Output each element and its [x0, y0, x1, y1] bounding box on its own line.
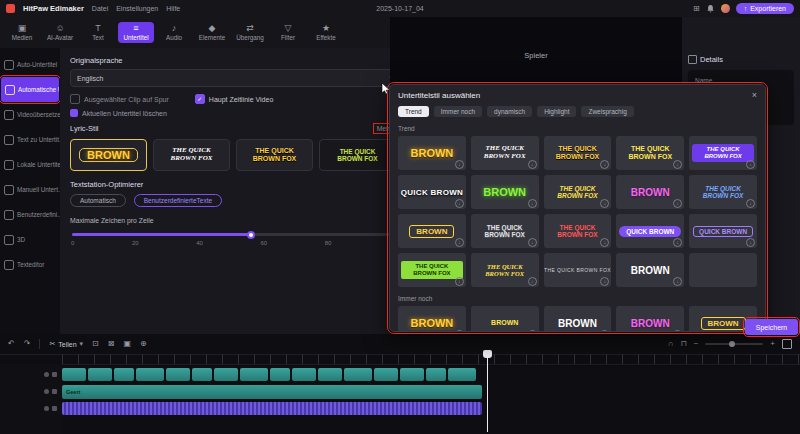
bell-icon[interactable] — [706, 4, 715, 13]
zoom-slider[interactable] — [705, 343, 763, 345]
undo-icon[interactable]: ↶ — [8, 340, 15, 348]
ribbon-tab-uebergang[interactable]: ⇄Übergang — [232, 22, 268, 43]
subtitle-segment[interactable] — [270, 368, 290, 381]
redo-icon[interactable]: ↷ — [24, 340, 31, 348]
subtitle-segment[interactable] — [426, 368, 446, 381]
custom-text-button[interactable]: BenutzerdefinierteTexte — [134, 194, 222, 207]
sidebar-item-automatische[interactable]: Automatische Ü... — [1, 77, 59, 102]
subtitle-segment[interactable] — [192, 368, 212, 381]
zoom-out-icon[interactable]: − — [694, 340, 699, 348]
subtitle-segment[interactable] — [62, 368, 86, 381]
menu-einstellungen[interactable]: Einstellungen — [116, 5, 158, 12]
style-tile[interactable]: BROWN↓ — [544, 306, 612, 332]
style-tile[interactable]: BROWN↓ — [398, 306, 466, 332]
slider-handle[interactable] — [247, 231, 255, 239]
subtitle-segment[interactable] — [344, 368, 372, 381]
style-tile[interactable]: BROWN↓ — [398, 136, 466, 170]
sidebar-item-lokale-untertitel[interactable]: Lokale Untertite... — [0, 152, 60, 177]
ribbon-tab-medien[interactable]: ▣Medien — [4, 22, 40, 43]
track-lock-icon[interactable] — [52, 389, 57, 394]
close-icon[interactable]: × — [752, 91, 757, 100]
style-tile[interactable]: BROWN↓ — [398, 214, 466, 248]
snap-icon[interactable]: ⊓ — [680, 340, 686, 348]
style-tile[interactable]: THE QUICK BROWN FOX↓ — [689, 136, 757, 170]
style-tile[interactable]: BROWN↓ — [471, 306, 539, 332]
style-tile[interactable]: THE QUICK BROWN FOX↓ — [471, 136, 539, 170]
tab-dynamisch[interactable]: dynamisch — [487, 106, 532, 117]
style-tile[interactable]: THE QUICK BROWN FOX↓ — [471, 214, 539, 248]
audio-track-clip[interactable] — [62, 402, 482, 415]
ribbon-tab-untertitel[interactable]: ≡Untertitel — [118, 22, 154, 43]
ribbon-tab-audio[interactable]: ♪Audio — [156, 22, 192, 43]
subtitle-segment[interactable] — [374, 368, 398, 381]
track-visibility-icon[interactable] — [44, 372, 49, 377]
magnet-icon[interactable]: ∩ — [668, 340, 674, 348]
sidebar-item-text-zu-untertitel[interactable]: Text zu Untertit... — [0, 127, 60, 152]
layout-icon[interactable]: ⊞ — [693, 5, 700, 13]
sidebar-item-texteditor[interactable]: Texteditor — [0, 252, 60, 277]
marker-icon[interactable]: ⊕ — [140, 340, 147, 348]
subtitle-segment[interactable] — [318, 368, 342, 381]
crop-icon[interactable]: ⊡ — [92, 340, 99, 348]
style-tile[interactable]: BROWN↓ — [616, 175, 684, 209]
fit-timeline-icon[interactable] — [782, 339, 792, 349]
save-button[interactable]: Speichern — [745, 319, 798, 335]
subtitle-segment[interactable] — [166, 368, 190, 381]
max-chars-slider[interactable] — [72, 233, 398, 236]
export-button[interactable]: ↑ Exportieren — [736, 3, 794, 14]
playhead-handle[interactable] — [483, 350, 492, 358]
style-tile[interactable]: BROWN↓ — [471, 175, 539, 209]
subtitle-segment[interactable] — [448, 368, 476, 381]
tab-immer-noch[interactable]: Immer noch — [434, 106, 482, 117]
style-tile[interactable]: QUICK BROWN↓ — [398, 175, 466, 209]
tab-trend[interactable]: Trend — [398, 106, 429, 117]
menu-datei[interactable]: Datei — [92, 5, 108, 12]
zoom-in-icon[interactable]: + — [770, 340, 775, 348]
clear-subtitle-link[interactable]: Aktuellen Untertitel löschen — [70, 109, 400, 117]
copy-icon[interactable]: ▣ — [124, 340, 132, 348]
style-tile[interactable]: THE QUICK BROWN FOX↓ — [544, 175, 612, 209]
track-visibility-icon[interactable] — [44, 389, 49, 394]
sidebar-item-auto-untertitel[interactable]: Auto-Untertitel — [0, 52, 60, 77]
sidebar-item-manuell[interactable]: Manuell Untert... — [0, 177, 60, 202]
lyric-style-tile[interactable]: BROWN — [70, 139, 147, 171]
subtitle-segment[interactable] — [400, 368, 424, 381]
language-select[interactable]: Englisch ▾ — [70, 69, 400, 87]
style-tile[interactable]: THE QUICK BROWN FOX↓ — [471, 253, 539, 287]
track-lock-icon[interactable] — [52, 372, 57, 377]
subtitle-segment[interactable] — [240, 368, 268, 381]
menu-hilfe[interactable]: Hilfe — [166, 5, 180, 12]
style-tile[interactable]: THE QUICK BROWN FOX↓ — [544, 214, 612, 248]
ribbon-tab-effekte[interactable]: ★Effekte — [308, 22, 344, 43]
ribbon-tab-ai-avatar[interactable]: ☺AI-Avatar — [42, 22, 78, 43]
tab-zweisprachig[interactable]: Zweisprachig — [581, 106, 633, 117]
style-tile[interactable]: QUICK BROWN↓ — [689, 214, 757, 248]
playhead[interactable] — [487, 354, 488, 432]
sidebar-item-uebersetzer[interactable]: Videoübersetzer... — [0, 102, 60, 127]
ribbon-tab-filter[interactable]: ▽Filter — [270, 22, 306, 43]
style-tile[interactable]: QUICK BROWN↓ — [616, 214, 684, 248]
lyric-style-tile[interactable]: THE QUICK BROWN FOX — [319, 139, 396, 171]
ribbon-tab-elemente[interactable]: ◆Elemente — [194, 22, 230, 43]
subtitle-segment[interactable] — [136, 368, 164, 381]
track-mute-icon[interactable] — [44, 406, 49, 411]
lyric-style-tile[interactable]: THE QUICK BROWN FOX — [236, 139, 313, 171]
sidebar-item-3d[interactable]: 3D — [0, 227, 60, 252]
style-tile[interactable]: THE QUICK BROWN FOX↓ — [616, 136, 684, 170]
style-tile[interactable]: THE QUICK BROWN FOX↓ — [544, 253, 612, 287]
zoom-handle[interactable] — [729, 341, 735, 347]
sidebar-item-benutzerdefiniert[interactable]: Benutzerdefini... — [0, 202, 60, 227]
tab-highlight[interactable]: Highlight — [537, 106, 576, 117]
track-lock-icon[interactable] — [52, 406, 57, 411]
style-tile[interactable]: BROWN↓ — [616, 306, 684, 332]
option-selected-clip[interactable]: Ausgewählter Clip auf Spur — [70, 94, 169, 104]
style-tile[interactable]: THE QUICK BROWN FOX↓ — [398, 253, 466, 287]
ribbon-tab-text[interactable]: TText — [80, 22, 116, 43]
subtitle-segment[interactable] — [114, 368, 134, 381]
style-tile[interactable]: THE QUICK BROWN FOX↓ — [544, 136, 612, 170]
subtitle-segment[interactable] — [214, 368, 238, 381]
style-tile[interactable]: THE QUICK BROWN FOX↓ — [689, 175, 757, 209]
split-button[interactable]: ✂ Teilen ▾ — [49, 340, 83, 348]
avatar[interactable] — [721, 4, 730, 13]
option-main-timeline[interactable]: ✓ Haupt Zeitlinie Video — [195, 94, 273, 104]
